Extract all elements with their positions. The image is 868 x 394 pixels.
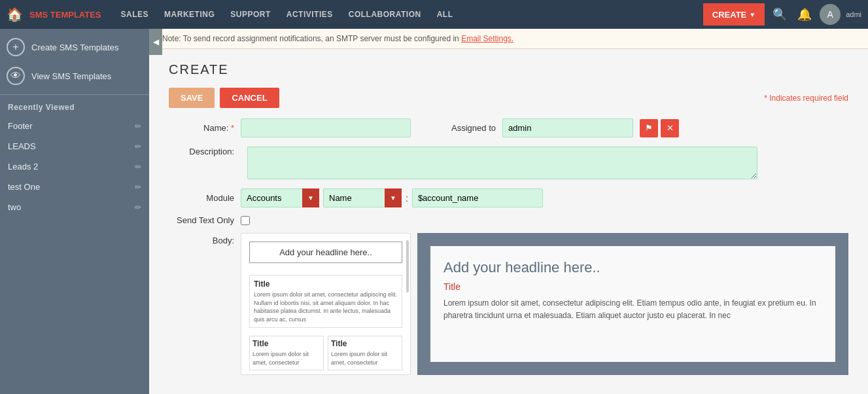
template-panel: Add your headline here.. Title Lorem ips… xyxy=(241,233,411,375)
module-select[interactable]: Accounts xyxy=(241,188,319,207)
sidebar-item-leads2[interactable]: Leads 2 ✏ xyxy=(0,156,149,177)
edit-icon: ✏ xyxy=(135,142,141,151)
name-label: Name: * xyxy=(169,123,234,133)
field-select[interactable]: Name xyxy=(323,188,402,207)
sidebar-collapse-toggle[interactable]: ◀ xyxy=(149,29,162,55)
sidebar: + Create SMS Templates 👁 View SMS Templa… xyxy=(0,29,149,394)
email-settings-link[interactable]: Email Settings. xyxy=(461,34,513,43)
preview-body-text: Lorem ipsum dolor sit amet, consectetur … xyxy=(443,297,822,322)
preview-headline: Add your headline here.. xyxy=(443,259,822,276)
recently-viewed-title: Recently Viewed xyxy=(0,95,149,116)
nav-item-support[interactable]: SUPPORT xyxy=(224,0,277,29)
avatar[interactable]: A xyxy=(820,4,841,25)
form-title: CREATE xyxy=(169,62,848,77)
content-area: Note: To send record assignment notifica… xyxy=(149,29,868,394)
preview-panel: Add your headline here.. Title Lorem ips… xyxy=(417,233,848,375)
clear-icon: ✕ xyxy=(667,123,674,133)
admin-label: admi xyxy=(846,10,861,18)
template-headline-btn[interactable]: Add your headline here.. xyxy=(249,242,402,263)
eye-icon: 👁 xyxy=(7,67,25,85)
module-label: Module xyxy=(169,193,234,203)
edit-icon: ✏ xyxy=(135,162,141,171)
view-sms-label: View SMS Templates xyxy=(31,71,111,81)
edit-icon: ✏ xyxy=(135,183,141,192)
home-icon[interactable]: 🏠 xyxy=(7,7,23,22)
send-text-checkbox[interactable] xyxy=(241,216,250,225)
app-title: SMS TEMPLATES xyxy=(29,10,101,20)
sidebar-item-testone[interactable]: test One ✏ xyxy=(0,177,149,197)
nav-item-collaboration[interactable]: COLLABORATION xyxy=(342,0,428,29)
notice-bar: Note: To send record assignment notifica… xyxy=(149,29,868,49)
required-note: * Indicates required field xyxy=(764,94,848,103)
nav-item-activities[interactable]: ACTIVITIES xyxy=(280,0,339,29)
name-input[interactable] xyxy=(241,118,411,137)
nav-item-marketing[interactable]: MARKETING xyxy=(158,0,221,29)
description-textarea[interactable] xyxy=(247,147,757,179)
template-col-2-body: Lorem ipsum dolor sit amet, consectetur xyxy=(331,350,399,367)
template-col-1[interactable]: Title Lorem ipsum dolor sit amet, consec… xyxy=(249,336,324,370)
body-label: Body: xyxy=(169,233,234,245)
assigned-select-button[interactable]: ⚑ xyxy=(640,119,658,137)
variable-input[interactable] xyxy=(412,188,543,207)
flag-icon: ⚑ xyxy=(645,123,653,133)
save-button[interactable]: SAVE xyxy=(169,88,215,108)
assigned-clear-button[interactable]: ✕ xyxy=(661,119,679,137)
template-block-1-title: Title xyxy=(254,279,398,289)
sidebar-item-two[interactable]: two ✏ xyxy=(0,197,149,217)
edit-icon: ✏ xyxy=(135,122,141,131)
preview-card: Add your headline here.. Title Lorem ips… xyxy=(430,246,835,362)
cancel-button[interactable]: CANCEL xyxy=(220,88,279,108)
create-button[interactable]: CREATE ▼ xyxy=(703,3,765,26)
template-col-2-title: Title xyxy=(331,339,399,348)
view-sms-templates-action[interactable]: 👁 View SMS Templates xyxy=(7,64,143,88)
nav-item-sales[interactable]: SALES xyxy=(114,0,156,29)
send-text-label: Send Text Only xyxy=(169,215,234,225)
template-col-1-title: Title xyxy=(252,339,321,348)
create-sms-label: Create SMS Templates xyxy=(31,43,118,52)
template-block-1-body: Lorem ipsum dolor sit amet, consectetur … xyxy=(254,291,398,323)
avatar-initial: A xyxy=(827,9,833,20)
nav-item-all[interactable]: ALL xyxy=(430,0,460,29)
sidebar-item-footer[interactable]: Footer ✏ xyxy=(0,116,149,136)
plus-icon: + xyxy=(7,38,25,56)
notifications-icon[interactable]: 🔔 xyxy=(795,5,814,24)
edit-icon: ✏ xyxy=(135,203,141,212)
assigned-to-input[interactable] xyxy=(502,118,633,137)
template-block-1[interactable]: Title Lorem ipsum dolor sit amet, consec… xyxy=(249,275,402,328)
description-label: Description: xyxy=(169,147,234,156)
preview-subtitle: Title xyxy=(443,281,822,292)
template-col-2[interactable]: Title Lorem ipsum dolor sit amet, consec… xyxy=(328,336,402,370)
search-icon[interactable]: 🔍 xyxy=(770,5,790,24)
top-nav: 🏠 SMS TEMPLATES SALES MARKETING SUPPORT … xyxy=(0,0,868,29)
assigned-to-label: Assigned to xyxy=(443,123,496,133)
create-sms-templates-action[interactable]: + Create SMS Templates xyxy=(7,35,143,59)
sidebar-item-leads[interactable]: LEADS ✏ xyxy=(0,136,149,156)
template-col-1-body: Lorem ipsum dolor sit amet, consectetur xyxy=(252,350,321,367)
